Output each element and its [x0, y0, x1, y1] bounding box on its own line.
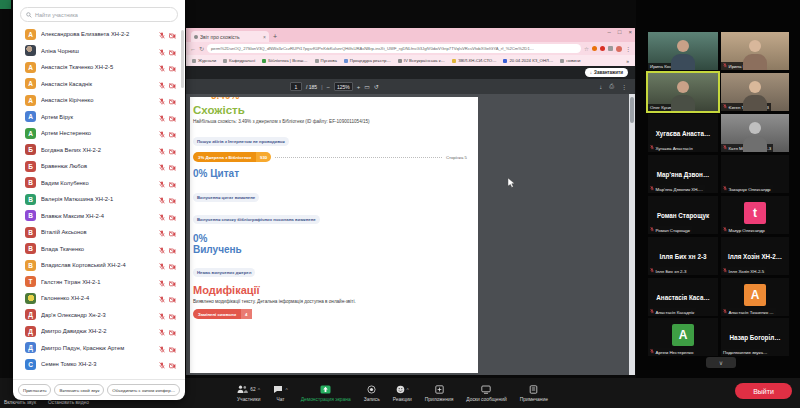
- video-tile[interactable]: Мар'яна Дзвон…Мар'яна Дзвоник ХН-…: [648, 155, 718, 193]
- bookmark-item[interactable]: 20.04.2024 КЗ_ОНЛ…: [503, 58, 553, 63]
- bookmark-item[interactable]: Пускова: [315, 58, 337, 63]
- bookmark-item[interactable]: Бібліотека | Внеш…: [262, 58, 307, 63]
- participant-row[interactable]: ААртем Бірук: [13, 109, 185, 126]
- toolbar-button-board[interactable]: Доски сообщений: [466, 385, 506, 402]
- participant-row[interactable]: ААртем Нестеренко: [13, 125, 185, 142]
- new-tab-button[interactable]: +: [273, 31, 277, 42]
- back-icon[interactable]: ←: [190, 46, 196, 52]
- toolbar-button-apps[interactable]: Приложения: [425, 385, 454, 402]
- zoom-in-button[interactable]: +: [357, 84, 361, 90]
- tab-close-icon[interactable]: ×: [263, 34, 266, 40]
- video-tile[interactable]: Ілля Хозін ХН-2…Ілля Хозін ХН-2-5: [721, 237, 789, 275]
- pdf-more-icon[interactable]: ⋮: [621, 83, 627, 90]
- participant-row[interactable]: ВВіталій Аксьонов: [13, 224, 185, 241]
- participant-row[interactable]: Галоненко ХН-2-4: [13, 290, 185, 307]
- profile-avatar[interactable]: [616, 46, 622, 52]
- browser-tab[interactable]: Звіт про схожість ×: [191, 31, 269, 42]
- participant-row[interactable]: ДДмитро Падун, Краснюк Артем: [13, 340, 185, 357]
- video-tile[interactable]: Анастасія Каса…Анастасія Касаднік: [648, 278, 718, 316]
- participant-row[interactable]: ААнастасія Кіріченко: [13, 92, 185, 109]
- participants-footer: ПригласитьВключить свой звукОбъединить с…: [13, 379, 185, 400]
- extension-icon[interactable]: [592, 46, 597, 51]
- participant-row[interactable]: ВВлада Ткаченко: [13, 241, 185, 258]
- browser-menu-icon[interactable]: ⋮: [625, 45, 631, 52]
- video-tile[interactable]: Хугаєва Анаста…Хугаєва Анастасія: [648, 114, 718, 152]
- zoom-level-input[interactable]: 125%: [334, 82, 353, 91]
- panel-footer-button[interactable]: Объединить с окном конфер…: [107, 384, 180, 396]
- url-input[interactable]: perm%2DunOQ_27SlonV3Q_dNWo3zCczRUPt17pgs…: [207, 44, 581, 53]
- bookmark-item[interactable]: ЗВІЛ-КН-СИ-СТО…: [452, 58, 497, 63]
- pdf-scrollbar[interactable]: [629, 94, 635, 375]
- bookmark-item[interactable]: Журнали: [192, 58, 216, 63]
- fit-page-icon[interactable]: ▭: [364, 83, 370, 90]
- toolbar-button-chat[interactable]: ^Чат: [273, 385, 287, 402]
- video-tile[interactable]: Назар Богоріл…Подключение звука…: [721, 318, 789, 356]
- participant-row[interactable]: ВВлавюк Максим ХН-2-4: [13, 208, 185, 225]
- leave-meeting-button[interactable]: Выйти: [735, 383, 792, 399]
- video-tile[interactable]: Ілля Бих хн 2-3Ілля Бих хн 2-3: [648, 237, 718, 275]
- participant-row[interactable]: ДДмитро Давидюк ХН-2-2: [13, 323, 185, 340]
- video-tile[interactable]: Катя Мигалко ХН-2-3: [721, 114, 789, 152]
- zoom-out-button[interactable]: −: [326, 84, 330, 90]
- video-tile[interactable]: tМазур Олександр: [721, 196, 789, 234]
- rotate-icon[interactable]: ↺: [374, 83, 379, 90]
- refresh-icon[interactable]: ↻: [199, 45, 204, 52]
- participant-row[interactable]: Аліна Чорниш: [13, 43, 185, 60]
- video-tile[interactable]: Євген Томко ХН-2-3: [721, 73, 789, 111]
- camera-off-icon: [169, 190, 176, 208]
- gallery-collapse-button[interactable]: ∨: [706, 357, 736, 368]
- extensions-puzzle-icon[interactable]: [608, 46, 613, 51]
- video-tile[interactable]: Роман СтарощукРоман Старощук: [648, 196, 718, 234]
- toolbar-button-stop-video[interactable]: Остановить видео: [48, 400, 89, 405]
- extension-icon[interactable]: [600, 46, 605, 51]
- panel-footer-button[interactable]: Пригласить: [18, 384, 51, 396]
- toolbar-button-note[interactable]: Примечание: [520, 385, 548, 402]
- bookmarks-overflow-icon[interactable]: »: [626, 58, 629, 64]
- close-icon[interactable]: ×: [628, 29, 632, 35]
- participant-row[interactable]: ССемен Томко ХН-2-3: [13, 356, 185, 373]
- toolbar-button-people[interactable]: 62^Участники: [237, 385, 260, 402]
- minimize-icon[interactable]: –: [608, 29, 611, 35]
- participant-row[interactable]: ВВладислав Кортовський ХН-2-4: [13, 257, 185, 274]
- window-controls[interactable]: – □ ×: [608, 29, 632, 35]
- participant-row[interactable]: ДДар'я Олександр Хн-2-3: [13, 307, 185, 324]
- bookmark-item[interactable]: ІV Всеукраїнська к…: [398, 58, 445, 63]
- participant-row[interactable]: ААнастасія Ткаченко ХН-2-5: [13, 59, 185, 76]
- video-tile[interactable]: Олег Кусим: [648, 73, 718, 111]
- participant-row[interactable]: ББогдана Велих ХН-2-2: [13, 142, 185, 159]
- replaced-symbols-pill[interactable]: Замінені символи 4: [193, 309, 472, 319]
- search-participant-input[interactable]: Найти участника: [20, 7, 178, 22]
- video-tile[interactable]: Ирина Корецька: [721, 32, 789, 70]
- participant-row[interactable]: ТГалстян Тігран ХН-2-1: [13, 274, 185, 291]
- participant-row[interactable]: ВВалерія Матюшина ХН-2-1: [13, 191, 185, 208]
- video-tile[interactable]: Захарчук Олександр: [721, 155, 789, 193]
- participant-row[interactable]: ББравенюк Любов: [13, 158, 185, 175]
- chevron-up-icon[interactable]: ^: [285, 387, 287, 393]
- chevron-up-icon[interactable]: ^: [258, 387, 260, 393]
- panel-footer-button[interactable]: Включить свой звук: [54, 384, 104, 396]
- pdf-download-icon[interactable]: ↓: [599, 84, 602, 90]
- toolbar-button-smile[interactable]: ^Реакции: [393, 385, 412, 402]
- tile-name-label: Подключение звука…: [721, 349, 769, 356]
- chevron-up-icon[interactable]: ^: [407, 387, 409, 393]
- camera-off-icon: [169, 240, 176, 258]
- participant-row[interactable]: ААлександрова Елизавета ХН-2-2: [13, 26, 185, 43]
- download-report-button[interactable]: ↓ Завантажити: [585, 68, 628, 77]
- bookmark-item[interactable]: Кафедральні: [223, 58, 255, 63]
- page-number-input[interactable]: 1: [290, 82, 302, 91]
- video-tile[interactable]: ААртем Нестеренко: [648, 318, 718, 356]
- video-tile[interactable]: Ирина Кост (хозяи…: [648, 32, 718, 70]
- maximize-icon[interactable]: □: [618, 29, 622, 35]
- video-tile[interactable]: ААнастасія Ткаченко …: [721, 278, 789, 316]
- bookmark-item[interactable]: новини: [560, 58, 580, 63]
- participant-row[interactable]: ВВадим Колубенко: [13, 175, 185, 192]
- panel-scrollbar[interactable]: [181, 30, 184, 88]
- toolbar-button-unmute[interactable]: Включить звук: [4, 400, 36, 405]
- participant-row[interactable]: ААнастасія Касаднік: [13, 76, 185, 93]
- pdf-print-icon[interactable]: ⎙: [609, 83, 614, 90]
- bookmark-item[interactable]: Процедура реєстр…: [344, 58, 391, 63]
- bookmark-star-icon[interactable]: ☆: [584, 46, 589, 52]
- toolbar-button-share[interactable]: Демонстрация экрана: [301, 385, 351, 402]
- toolbar-button-record[interactable]: Запись: [364, 385, 380, 402]
- library-source-pill[interactable]: 3% Джерела з Бібліотеки 930: [193, 152, 271, 162]
